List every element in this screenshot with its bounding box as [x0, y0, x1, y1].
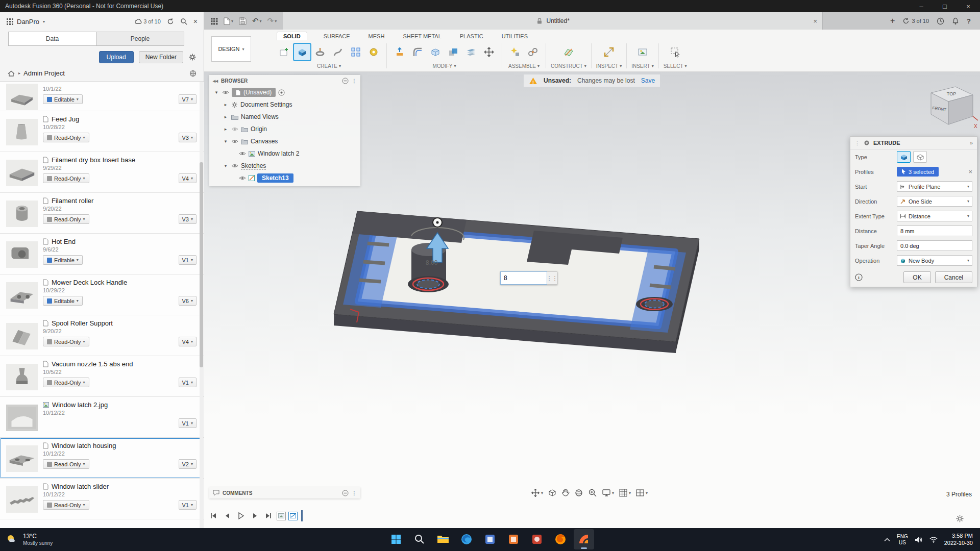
panel-minimize-icon[interactable] [342, 78, 349, 84]
visibility-eye-icon[interactable] [239, 176, 246, 181]
save-link[interactable]: Save [641, 77, 655, 84]
tab-close-icon[interactable]: × [814, 17, 818, 25]
taskbar-app-icon[interactable] [503, 529, 524, 549]
tab-plastic[interactable]: PLASTIC [458, 32, 485, 40]
expand-caret-icon[interactable]: ▾ [223, 163, 229, 168]
network-icon[interactable] [929, 536, 938, 543]
item-access-dropdown[interactable]: Read-Only▾ [43, 337, 89, 346]
document-tab[interactable]: Untitled* × [283, 12, 823, 30]
visibility-eye-icon[interactable] [222, 90, 229, 95]
item-version-dropdown[interactable]: V7▾ [179, 94, 197, 104]
activate-radio-icon[interactable] [278, 89, 285, 96]
profiles-selected-chip[interactable]: 3 selected [897, 167, 939, 177]
expand-caret-icon[interactable]: ▸ [223, 102, 229, 107]
home-icon[interactable] [7, 70, 15, 77]
list-item[interactable]: Hot End 9/6/22 Editable▾ V1▾ [0, 234, 204, 274]
cloud-sync-status[interactable]: 3 of 10 [134, 18, 161, 24]
item-version-dropdown[interactable]: V6▾ [179, 296, 197, 306]
item-access-dropdown[interactable]: Read-Only▾ [43, 133, 89, 142]
expand-caret-icon[interactable]: ▾ [223, 139, 229, 144]
browser-node-sketches[interactable]: ▾ Sketches [209, 160, 360, 172]
ok-button[interactable]: OK [903, 271, 930, 283]
group-label-create[interactable]: CREATE▾ [317, 63, 341, 69]
new-component-tool[interactable] [507, 44, 523, 60]
taskbar-search-icon[interactable] [409, 529, 430, 549]
offset-face-tool[interactable] [463, 44, 479, 60]
tray-chevron-up-icon[interactable] [884, 538, 890, 542]
item-access-dropdown[interactable]: Read-Only▾ [43, 459, 89, 469]
browser-node-canvases[interactable]: ▾ Canvases [209, 135, 360, 147]
new-folder-button[interactable]: New Folder [139, 51, 183, 63]
taskbar-app-icon[interactable] [480, 529, 500, 549]
view-cube[interactable]: TOP FRONT X [914, 80, 980, 136]
file-explorer-icon[interactable] [433, 529, 453, 549]
browser-node-root[interactable]: ▾ (Unsaved) [209, 86, 360, 98]
view-toggle-icon[interactable] [189, 70, 197, 77]
item-version-dropdown[interactable]: V1▾ [179, 418, 197, 428]
look-at-icon[interactable] [548, 488, 557, 497]
dialog-expand-icon[interactable]: » [970, 140, 973, 146]
visibility-eye-icon[interactable] [231, 127, 238, 132]
breadcrumb-project[interactable]: Admin Project [23, 69, 65, 77]
new-document-icon[interactable]: ▾ [224, 17, 233, 25]
extent-type-dropdown[interactable]: Distance▾ [897, 211, 972, 221]
search-icon[interactable] [180, 18, 187, 25]
type-extrude-button[interactable] [897, 151, 911, 163]
minimize-button[interactable]: – [910, 0, 933, 12]
item-version-dropdown[interactable]: V4▾ [179, 173, 197, 183]
shell-tool[interactable] [427, 44, 444, 60]
tab-people[interactable]: People [96, 32, 184, 46]
direction-dropdown[interactable]: One Side▾ [897, 196, 972, 207]
timeline-skip-end-icon[interactable] [263, 510, 274, 521]
panel-grip-icon[interactable]: ⋮ [352, 490, 357, 496]
revolve-tool[interactable] [312, 44, 328, 60]
select-tool[interactable] [667, 44, 683, 60]
clock-date-widget[interactable]: 3:58 PM2022-10-30 [944, 533, 973, 547]
free-orbit-icon[interactable] [574, 488, 583, 497]
browser-node-document-settings[interactable]: ▸ Document Settings [209, 98, 360, 111]
close-button[interactable]: × [957, 0, 980, 12]
viewports-icon[interactable]: ▾ [635, 489, 648, 497]
item-access-dropdown[interactable]: Read-Only▾ [43, 173, 89, 183]
timeline-canvas-feature[interactable] [277, 512, 286, 520]
item-access-dropdown[interactable]: Read-Only▾ [43, 378, 89, 387]
move-copy-tool[interactable] [481, 44, 497, 60]
distance-input[interactable] [500, 271, 547, 285]
taskbar-app-icon[interactable] [527, 529, 547, 549]
group-label-select[interactable]: SELECT▾ [664, 63, 687, 69]
pattern-tool[interactable] [348, 44, 364, 60]
browser-node-canvas-image[interactable]: Window latch 2 [209, 147, 360, 160]
clear-selection-icon[interactable]: × [968, 168, 972, 176]
start-dropdown[interactable]: Profile Plane▾ [897, 181, 972, 192]
insert-canvas-tool[interactable] [634, 44, 651, 60]
extrude-tool[interactable] [294, 44, 310, 60]
group-label-construct[interactable]: CONSTRUCT▾ [551, 63, 586, 69]
press-pull-tool[interactable] [391, 44, 408, 60]
zoom-icon[interactable] [588, 488, 597, 497]
tab-mesh[interactable]: MESH [366, 32, 387, 40]
timeline-skip-start-icon[interactable] [208, 510, 219, 521]
list-scrollbar[interactable] [200, 82, 203, 528]
visibility-eye-icon[interactable] [239, 151, 246, 156]
design-mode-dropdown[interactable]: DESIGN▾ [211, 36, 251, 62]
item-version-dropdown[interactable]: V3▾ [179, 214, 197, 224]
list-item[interactable]: Mower Deck Lock Handle 10/29/22 Editable… [0, 274, 204, 315]
clock-icon[interactable] [937, 17, 944, 25]
panel-settings-gear-icon[interactable] [188, 53, 197, 61]
group-label-modify[interactable]: MODIFY▾ [433, 63, 456, 69]
timeline-position-marker[interactable] [301, 510, 303, 521]
item-version-dropdown[interactable]: V3▾ [179, 133, 197, 142]
coil-tool[interactable] [365, 44, 382, 60]
sweep-tool[interactable] [330, 44, 346, 60]
display-settings-icon[interactable]: ▾ [602, 489, 614, 497]
timeline-play-icon[interactable] [235, 510, 247, 521]
undo-icon[interactable]: ↶▾ [252, 16, 262, 26]
firefox-icon[interactable] [550, 529, 571, 549]
grid-snap-icon[interactable]: ▾ [619, 488, 631, 497]
collapse-panel-icon[interactable]: ◂◂ [213, 78, 218, 84]
panel-close-icon[interactable]: × [193, 17, 198, 26]
combine-tool[interactable] [445, 44, 461, 60]
settings-gear-icon[interactable] [955, 514, 964, 523]
team-selector[interactable]: DanPro [17, 18, 39, 26]
item-access-dropdown[interactable]: Read-Only▾ [43, 500, 89, 510]
